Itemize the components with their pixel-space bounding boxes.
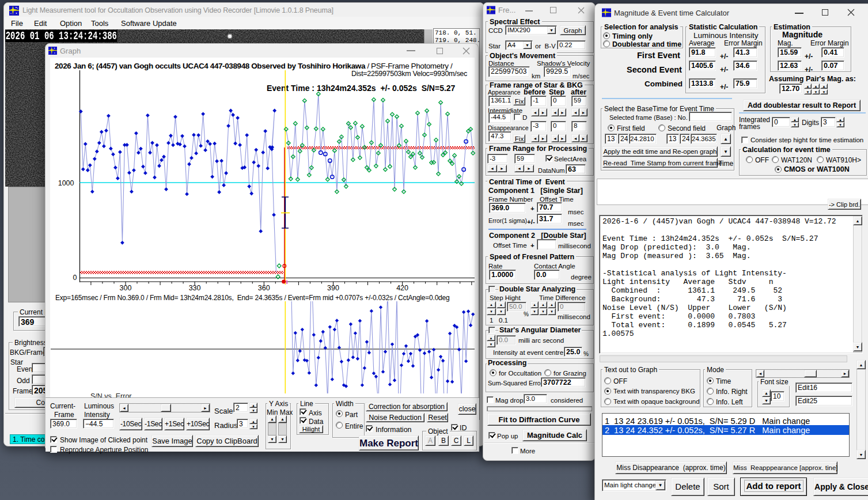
svg-text:300: 300 (120, 284, 132, 292)
svg-text:420: 420 (396, 284, 408, 292)
svg-text:1000: 1000 (58, 179, 74, 187)
svg-text:360: 360 (258, 284, 270, 292)
svg-text:330: 330 (189, 284, 201, 292)
svg-text:0: 0 (73, 274, 77, 282)
svg-text:390: 390 (327, 284, 339, 292)
